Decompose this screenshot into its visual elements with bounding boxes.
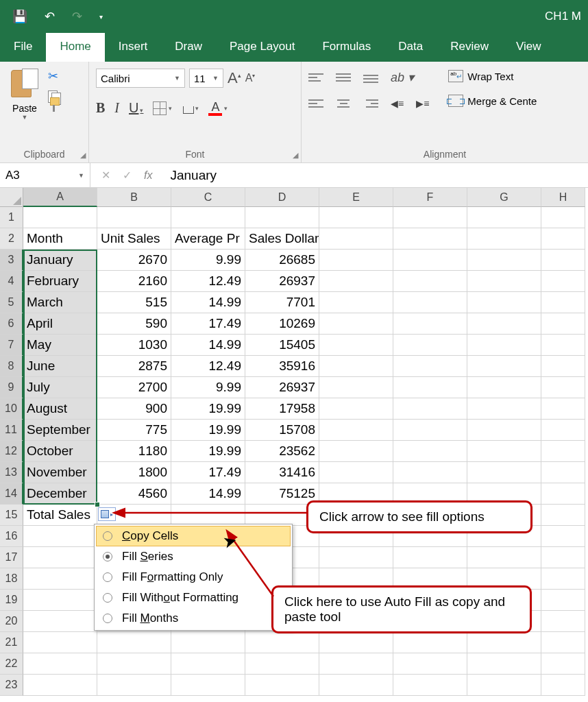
cell-C12[interactable]: 19.99 xyxy=(171,441,245,462)
autofill-options-button[interactable] xyxy=(98,507,116,521)
cell-G21[interactable] xyxy=(467,632,541,653)
row-header-5[interactable]: 5 xyxy=(0,292,23,313)
cell-G1[interactable] xyxy=(467,207,541,228)
cell-B6[interactable]: 590 xyxy=(97,313,171,335)
align-center-icon[interactable] xyxy=(336,97,351,110)
cell-H3[interactable] xyxy=(541,250,585,271)
cell-H13[interactable] xyxy=(541,462,585,483)
enter-icon[interactable]: ✓ xyxy=(123,169,132,182)
cell-G13[interactable] xyxy=(467,462,541,483)
cell-B11[interactable]: 775 xyxy=(97,420,171,441)
cell-H9[interactable] xyxy=(541,377,585,398)
cell-H1[interactable] xyxy=(541,207,585,228)
cell-C10[interactable]: 19.99 xyxy=(171,398,245,420)
row-header-21[interactable]: 21 xyxy=(0,632,23,653)
cell-C15[interactable] xyxy=(171,505,245,526)
select-all-corner[interactable] xyxy=(0,188,23,207)
cell-B7[interactable]: 1030 xyxy=(97,335,171,356)
row-header-11[interactable]: 11 xyxy=(0,420,23,441)
cell-B23[interactable] xyxy=(97,675,171,696)
cell-A21[interactable] xyxy=(23,632,97,653)
cell-B2[interactable]: Unit Sales xyxy=(97,228,171,250)
cell-E1[interactable] xyxy=(319,207,393,228)
cell-D1[interactable] xyxy=(245,207,319,228)
font-name-dropdown[interactable]: Calibri▼ xyxy=(96,69,185,88)
cell-B10[interactable]: 900 xyxy=(97,398,171,420)
cell-F23[interactable] xyxy=(393,675,467,696)
cell-E7[interactable] xyxy=(319,335,393,356)
align-top-icon[interactable] xyxy=(308,71,323,84)
cell-G9[interactable] xyxy=(467,377,541,398)
cell-H21[interactable] xyxy=(541,632,585,653)
cell-H23[interactable] xyxy=(541,675,585,696)
cell-F17[interactable] xyxy=(393,547,467,568)
increase-indent-icon[interactable]: ▶≡ xyxy=(416,98,429,109)
col-header-E[interactable]: E xyxy=(319,188,393,207)
cell-A2[interactable]: Month xyxy=(23,228,97,250)
cell-C4[interactable]: 12.49 xyxy=(171,271,245,292)
cell-A3[interactable]: January xyxy=(23,250,97,271)
cell-H17[interactable] xyxy=(541,547,585,568)
cell-C9[interactable]: 9.99 xyxy=(171,377,245,398)
tab-review[interactable]: Review xyxy=(437,33,502,62)
cell-A15[interactable]: Total Sales xyxy=(23,505,97,526)
cell-A19[interactable] xyxy=(23,590,97,611)
cell-C1[interactable] xyxy=(171,207,245,228)
cell-E11[interactable] xyxy=(319,420,393,441)
cell-E8[interactable] xyxy=(319,356,393,377)
row-header-10[interactable]: 10 xyxy=(0,398,23,420)
cell-G2[interactable] xyxy=(467,228,541,250)
cell-C5[interactable]: 14.99 xyxy=(171,292,245,313)
cell-B3[interactable]: 2670 xyxy=(97,250,171,271)
cell-B9[interactable]: 2700 xyxy=(97,377,171,398)
row-header-9[interactable]: 9 xyxy=(0,377,23,398)
cell-D23[interactable] xyxy=(245,675,319,696)
cell-G3[interactable] xyxy=(467,250,541,271)
cell-D4[interactable]: 26937 xyxy=(245,271,319,292)
cell-G8[interactable] xyxy=(467,356,541,377)
cell-F8[interactable] xyxy=(393,356,467,377)
col-header-H[interactable]: H xyxy=(541,188,585,207)
cell-D21[interactable] xyxy=(245,632,319,653)
row-header-15[interactable]: 15 xyxy=(0,505,23,526)
tab-data[interactable]: Data xyxy=(384,33,437,62)
cell-E12[interactable] xyxy=(319,441,393,462)
row-header-14[interactable]: 14 xyxy=(0,483,23,505)
cell-E17[interactable] xyxy=(319,547,393,568)
cell-E23[interactable] xyxy=(319,675,393,696)
border-button[interactable]: ▾ xyxy=(153,101,172,115)
col-header-B[interactable]: B xyxy=(97,188,171,207)
cell-D3[interactable]: 26685 xyxy=(245,250,319,271)
cell-H20[interactable] xyxy=(541,611,585,632)
cell-A23[interactable] xyxy=(23,675,97,696)
autofill-option-2[interactable]: Fill Formatting Only xyxy=(96,567,291,588)
cell-A14[interactable]: December xyxy=(23,483,97,505)
name-box[interactable]: A3▼ xyxy=(0,163,90,187)
cell-A10[interactable]: August xyxy=(23,398,97,420)
cell-F13[interactable] xyxy=(393,462,467,483)
row-header-2[interactable]: 2 xyxy=(0,228,23,250)
cell-A20[interactable] xyxy=(23,611,97,632)
cell-H12[interactable] xyxy=(541,441,585,462)
cell-F10[interactable] xyxy=(393,398,467,420)
row-header-16[interactable]: 16 xyxy=(0,526,23,547)
cell-E22[interactable] xyxy=(319,653,393,675)
tab-formulas[interactable]: Formulas xyxy=(308,33,384,62)
cell-C13[interactable]: 17.49 xyxy=(171,462,245,483)
tab-draw[interactable]: Draw xyxy=(161,33,216,62)
cell-A16[interactable] xyxy=(23,526,97,547)
row-header-1[interactable]: 1 xyxy=(0,207,23,228)
cell-H19[interactable] xyxy=(541,590,585,611)
cancel-icon[interactable]: ✕ xyxy=(101,169,110,182)
autofill-option-0[interactable]: Copy Cells xyxy=(96,526,291,546)
col-header-D[interactable]: D xyxy=(245,188,319,207)
row-header-23[interactable]: 23 xyxy=(0,675,23,696)
align-bottom-icon[interactable] xyxy=(363,71,378,84)
cell-C23[interactable] xyxy=(171,675,245,696)
clipboard-launcher-icon[interactable]: ◢ xyxy=(80,151,86,160)
cell-C7[interactable]: 14.99 xyxy=(171,335,245,356)
font-color-button[interactable]: A▾ xyxy=(208,101,228,116)
font-size-dropdown[interactable]: 11▼ xyxy=(189,69,223,88)
cell-A22[interactable] xyxy=(23,653,97,675)
cell-D9[interactable]: 26937 xyxy=(245,377,319,398)
